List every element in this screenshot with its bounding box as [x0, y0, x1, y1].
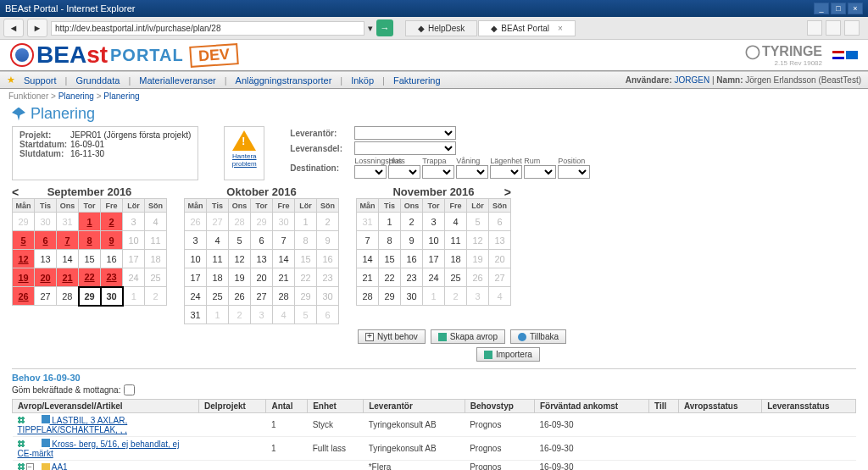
calendar-day[interactable]: 25 [145, 268, 167, 287]
dest-select[interactable] [558, 165, 590, 179]
calendar-day[interactable]: 20 [35, 268, 57, 287]
calendar-day[interactable]: 18 [445, 250, 467, 268]
calendar-day[interactable]: 1 [123, 287, 145, 306]
calendar-day[interactable]: 23 [401, 268, 423, 287]
calendar-day[interactable]: 23 [317, 268, 339, 287]
calendar-day[interactable]: 4 [445, 213, 467, 231]
calendar-day[interactable]: 22 [79, 268, 101, 287]
calendar-day[interactable]: 6 [35, 231, 57, 250]
dropdown-icon[interactable]: ▾ [368, 23, 373, 34]
dest-select[interactable] [354, 165, 387, 179]
calendar-day[interactable]: 14 [273, 250, 295, 268]
calendar-day[interactable]: 30 [273, 213, 295, 231]
calendar-day[interactable]: 11 [145, 231, 167, 250]
calendar-day[interactable]: 24 [423, 268, 445, 287]
calendar-day[interactable]: 15 [295, 250, 317, 268]
dest-select[interactable] [524, 165, 556, 179]
drag-icon[interactable] [18, 417, 25, 423]
table-row[interactable]: Kross- berg, 5/16, ej behandlat, ej CE-m… [13, 437, 856, 461]
calendar-day[interactable]: 27 [207, 213, 229, 231]
calendar-day[interactable]: 31 [185, 306, 207, 324]
calendar-day[interactable]: 29 [379, 287, 401, 306]
calendar-day[interactable]: 3 [123, 213, 145, 231]
calendar-day[interactable]: 16 [317, 250, 339, 268]
calendar-day[interactable]: 11 [445, 231, 467, 250]
calendar-day[interactable]: 8 [79, 231, 101, 250]
flag-uk-icon[interactable] [832, 51, 844, 59]
calendar-day[interactable]: 22 [379, 268, 401, 287]
calendar-day[interactable]: 15 [379, 250, 401, 268]
calendar-day[interactable]: 2 [401, 213, 423, 231]
hide-confirmed-checkbox[interactable] [124, 384, 135, 395]
dest-select[interactable] [388, 165, 420, 179]
calendar-day[interactable]: 2 [145, 287, 167, 306]
calendar-day[interactable]: 3 [423, 213, 445, 231]
menu-inkop[interactable]: Inköp [351, 75, 374, 86]
calendar-day[interactable]: 19 [467, 250, 489, 268]
calendar-day[interactable]: 8 [295, 231, 317, 250]
calendar-day[interactable]: 2 [317, 213, 339, 231]
calendar-day[interactable]: 26 [467, 268, 489, 287]
calendar-day[interactable]: 6 [317, 306, 339, 324]
table-row[interactable]: LASTBIL, 3 AXLAR, TIPPFLAK/SCHAKTFLAK, ,… [13, 413, 856, 437]
maximize-button[interactable]: □ [831, 3, 846, 14]
calendar-day[interactable]: 4 [489, 287, 511, 306]
calendar-day[interactable]: 6 [489, 213, 511, 231]
breadcrumb-link[interactable]: Planering [103, 91, 139, 101]
calendar-day[interactable]: 6 [251, 231, 273, 250]
tillbaka-button[interactable]: Tillbaka [510, 329, 566, 344]
calendar-day[interactable]: 20 [251, 268, 273, 287]
importera-button[interactable]: Importera [476, 347, 540, 362]
menu-anlaggning[interactable]: Anläggningstransporter [236, 75, 332, 86]
calendar-day[interactable]: 22 [295, 268, 317, 287]
calendar-day[interactable]: 28 [273, 287, 295, 306]
calendar-day[interactable]: 1 [207, 306, 229, 324]
dest-select[interactable] [422, 165, 454, 179]
tools-icon[interactable] [844, 20, 860, 36]
calendar-day[interactable]: 20 [489, 250, 511, 268]
calendar-day[interactable]: 1 [79, 213, 101, 231]
minimize-button[interactable]: _ [814, 3, 829, 14]
menu-materialleveranser[interactable]: Materialleveranser [139, 75, 215, 86]
close-tab-icon[interactable]: × [558, 24, 563, 33]
calendar-day[interactable]: 10 [423, 231, 445, 250]
menu-grunddata[interactable]: Grunddata [75, 75, 120, 86]
calendar-day[interactable]: 21 [357, 268, 379, 287]
calendar-day[interactable]: 4 [145, 213, 167, 231]
calendar-day[interactable]: 30 [101, 287, 123, 306]
menu-fakturering[interactable]: Fakturering [393, 75, 441, 86]
calendar-day[interactable]: 2 [445, 287, 467, 306]
calendar-day[interactable]: 12 [229, 250, 251, 268]
back-icon[interactable]: ◄ [3, 19, 24, 37]
calendar-day[interactable]: 28 [357, 287, 379, 306]
calendar-day[interactable]: 15 [79, 250, 101, 268]
calendar-day[interactable]: 5 [13, 231, 35, 250]
calendar-day[interactable]: 16 [401, 250, 423, 268]
calendar-day[interactable]: 9 [317, 231, 339, 250]
calendar-day[interactable]: 29 [13, 213, 35, 231]
calendar-day[interactable]: 5 [229, 231, 251, 250]
calendar-day[interactable]: 17 [423, 250, 445, 268]
calendar-day[interactable]: 16 [101, 250, 123, 268]
calendar-day[interactable]: 24 [185, 287, 207, 306]
calendar-day[interactable]: 25 [445, 268, 467, 287]
leverantor-select[interactable] [354, 126, 456, 140]
calendar-day[interactable]: 26 [13, 287, 35, 306]
calendar-day[interactable]: 12 [467, 231, 489, 250]
drag-icon[interactable] [18, 440, 25, 447]
close-button[interactable]: × [848, 3, 863, 14]
calendar-day[interactable]: 21 [57, 268, 79, 287]
calendar-day[interactable]: 26 [229, 287, 251, 306]
prev-month-icon[interactable]: < [12, 185, 19, 199]
calendar-day[interactable]: 10 [123, 231, 145, 250]
dest-select[interactable] [490, 165, 522, 179]
calendar-day[interactable]: 27 [35, 287, 57, 306]
calendar-day[interactable]: 24 [123, 268, 145, 287]
calendar-day[interactable]: 2 [229, 306, 251, 324]
go-button[interactable]: → [376, 19, 393, 36]
calendar-day[interactable]: 14 [357, 250, 379, 268]
calendar-day[interactable]: 4 [273, 306, 295, 324]
table-row[interactable]: − AA1*FleraPrognos16-09-30 [13, 461, 856, 471]
calendar-day[interactable]: 25 [207, 287, 229, 306]
calendar-day[interactable]: 5 [295, 306, 317, 324]
